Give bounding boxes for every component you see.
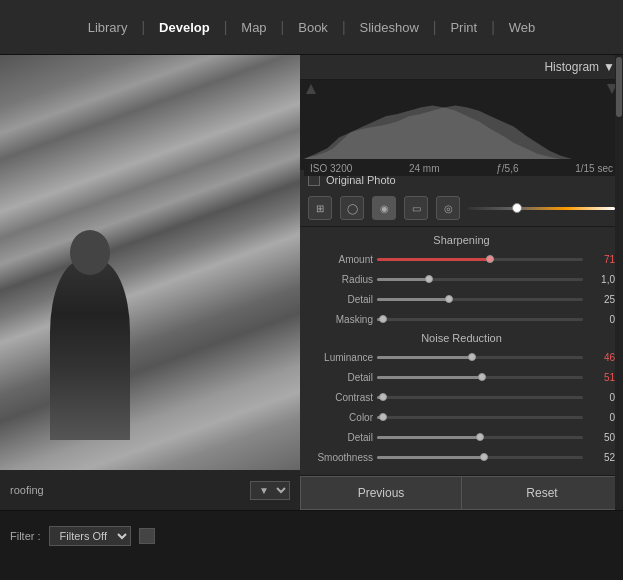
- tool-circle-icon[interactable]: ◯: [340, 196, 364, 220]
- right-panel: Histogram ▼ ISO 3200 24 mm ƒ/5,6: [300, 55, 623, 510]
- sharpening-detail-track[interactable]: [377, 298, 583, 301]
- noise-contrast-thumb[interactable]: [379, 393, 387, 401]
- sharpening-detail-row: Detail 25: [300, 289, 623, 309]
- filter-select[interactable]: Filters Off: [49, 526, 131, 546]
- noise-detail-thumb[interactable]: [478, 373, 486, 381]
- sharpening-radius-thumb[interactable]: [425, 275, 433, 283]
- noise-detail-row: Detail 51: [300, 367, 623, 387]
- noise-smoothness-value: 52: [587, 452, 615, 463]
- histogram-svg: [304, 84, 619, 159]
- nav-web[interactable]: Web: [495, 12, 550, 43]
- sharpening-radius-row: Radius 1,0: [300, 269, 623, 289]
- nav-slideshow[interactable]: Slideshow: [346, 12, 433, 43]
- histogram-chart: ISO 3200 24 mm ƒ/5,6 1/15 sec: [300, 80, 623, 170]
- noise-contrast-label: Contrast: [308, 392, 373, 403]
- sharpening-amount-row: Amount 71: [300, 249, 623, 269]
- noise-color-track[interactable]: [377, 416, 583, 419]
- noise-color-detail-row: Detail 50: [300, 427, 623, 447]
- photo-dropdown[interactable]: ▼: [250, 481, 290, 500]
- sharpening-radius-fill: [377, 278, 429, 281]
- filter-label: Filter :: [10, 530, 41, 542]
- tool-slider-thumb[interactable]: [512, 203, 522, 213]
- histogram-label: Histogram: [544, 60, 599, 74]
- photo-label: roofing: [10, 484, 242, 496]
- sharpening-masking-thumb[interactable]: [379, 315, 387, 323]
- sharpening-detail-fill: [377, 298, 449, 301]
- sharpening-amount-thumb[interactable]: [486, 255, 494, 263]
- noise-smoothness-label: Smoothness: [308, 452, 373, 463]
- sharpening-title: Sharpening: [300, 231, 623, 249]
- noise-reduction-title: Noise Reduction: [300, 329, 623, 347]
- adjustments-panel: Sharpening Amount 71 Radius 1,0: [300, 227, 623, 475]
- histogram-header: Histogram ▼: [300, 55, 623, 80]
- tool-ring-icon[interactable]: ◎: [436, 196, 460, 220]
- svg-marker-1: [304, 105, 619, 159]
- sharpening-radius-track[interactable]: [377, 278, 583, 281]
- tool-square-icon[interactable]: ▭: [404, 196, 428, 220]
- noise-luminance-thumb[interactable]: [468, 353, 476, 361]
- tools-row: ⊞ ◯ ◉ ▭ ◎: [300, 190, 623, 227]
- nav-map[interactable]: Map: [227, 12, 280, 43]
- sharpening-amount-value: 71: [587, 254, 615, 265]
- noise-luminance-label: Luminance: [308, 352, 373, 363]
- noise-luminance-fill: [377, 356, 472, 359]
- reset-button[interactable]: Reset: [461, 476, 623, 510]
- tool-grid-icon[interactable]: ⊞: [308, 196, 332, 220]
- sharpening-detail-value: 25: [587, 294, 615, 305]
- top-nav: Library | Develop | Map | Book | Slidesh…: [0, 0, 623, 55]
- noise-smoothness-thumb[interactable]: [480, 453, 488, 461]
- sharpening-detail-thumb[interactable]: [445, 295, 453, 303]
- histogram-left-arrow[interactable]: [306, 84, 316, 94]
- histogram-iso: ISO 3200: [310, 163, 352, 174]
- sharpening-masking-row: Masking 0: [300, 309, 623, 329]
- tool-slider[interactable]: [468, 207, 615, 210]
- photo-bottom-bar: roofing ▼: [0, 470, 300, 510]
- filmstrip: Filter : Filters Off: [0, 510, 623, 560]
- nav-develop[interactable]: Develop: [145, 12, 224, 43]
- noise-luminance-value: 46: [587, 352, 615, 363]
- nav-library[interactable]: Library: [74, 12, 142, 43]
- nav-book[interactable]: Book: [284, 12, 342, 43]
- noise-color-detail-fill: [377, 436, 480, 439]
- noise-luminance-track[interactable]: [377, 356, 583, 359]
- previous-button[interactable]: Previous: [300, 476, 461, 510]
- noise-smoothness-row: Smoothness 52: [300, 447, 623, 467]
- histogram-shutter: 1/15 sec: [575, 163, 613, 174]
- sharpening-radius-label: Radius: [308, 274, 373, 285]
- tool-dot-icon[interactable]: ◉: [372, 196, 396, 220]
- histogram-arrows: [300, 84, 623, 94]
- bottom-buttons: Previous Reset: [300, 475, 623, 510]
- photo-display: [0, 55, 300, 470]
- nav-print[interactable]: Print: [436, 12, 491, 43]
- noise-detail-fill: [377, 376, 482, 379]
- noise-color-thumb[interactable]: [379, 413, 387, 421]
- histogram-meta: ISO 3200 24 mm ƒ/5,6 1/15 sec: [304, 161, 619, 176]
- noise-detail-track[interactable]: [377, 376, 583, 379]
- noise-luminance-row: Luminance 46: [300, 347, 623, 367]
- photo-panel: roofing ▼: [0, 55, 300, 510]
- noise-color-row: Color 0: [300, 407, 623, 427]
- photo-background: [0, 55, 300, 470]
- scrollbar-thumb[interactable]: [616, 57, 622, 117]
- noise-color-detail-track[interactable]: [377, 436, 583, 439]
- noise-smoothness-track[interactable]: [377, 456, 583, 459]
- noise-color-label: Color: [308, 412, 373, 423]
- histogram-title: Histogram ▼: [544, 60, 615, 74]
- noise-color-detail-thumb[interactable]: [476, 433, 484, 441]
- noise-smoothness-fill: [377, 456, 484, 459]
- noise-color-detail-label: Detail: [308, 432, 373, 443]
- photo-subject: [50, 260, 130, 440]
- noise-detail-label: Detail: [308, 372, 373, 383]
- sharpening-detail-label: Detail: [308, 294, 373, 305]
- filmstrip-action-button[interactable]: [139, 528, 155, 544]
- histogram-dropdown-icon[interactable]: ▼: [603, 60, 615, 74]
- sharpening-masking-track[interactable]: [377, 318, 583, 321]
- main-area: roofing ▼ Histogram ▼: [0, 55, 623, 510]
- noise-contrast-value: 0: [587, 392, 615, 403]
- right-panel-wrapper: Histogram ▼ ISO 3200 24 mm ƒ/5,6: [300, 55, 623, 510]
- sharpening-amount-fill: [377, 258, 490, 261]
- tool-slider-row: [468, 207, 615, 210]
- noise-contrast-track[interactable]: [377, 396, 583, 399]
- sharpening-amount-track[interactable]: [377, 258, 583, 261]
- right-panel-scrollbar[interactable]: [615, 55, 623, 510]
